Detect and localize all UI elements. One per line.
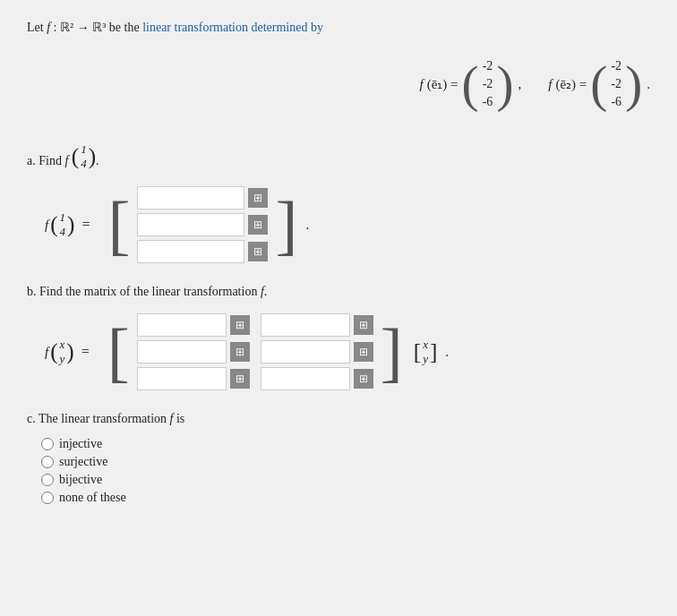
part-b-input-r1c1[interactable] — [137, 313, 227, 337]
part-b-row-1 — [137, 313, 373, 337]
part-b-lhs: f ( x y ) = — [45, 337, 95, 368]
f-e2-val-1: -2 — [609, 58, 623, 74]
f-e2-period: . — [647, 77, 650, 92]
part-a-lhs-2: 4 — [60, 225, 66, 239]
part-b-lhs-vec: ( x y ) — [50, 337, 74, 368]
part-a-vec-left-bracket: ( — [72, 145, 79, 167]
f-e1-val-1: -2 — [481, 58, 495, 74]
part-a-vec-val-2: 4 — [81, 157, 87, 171]
part-b-icon-r2c1[interactable] — [230, 342, 250, 362]
part-b-icon-r3c2[interactable] — [354, 369, 373, 389]
part-b-f-label: f — [45, 345, 48, 360]
part-a-lhs-vec: ( 1 4 ) — [50, 210, 74, 241]
part-b-icon-r3c1[interactable] — [230, 369, 250, 389]
part-c-radio-group: injective surjective bijective none of t… — [41, 437, 650, 505]
f-e2-expression: f (ē₂) = ( -2 -2 -6 ) . — [548, 55, 650, 115]
f-e2-label: f — [548, 77, 552, 92]
f-e1-expression: f (ē₁) = ( -2 -2 -6 ) , — [420, 55, 522, 115]
part-b-bracket-left: [ — [107, 323, 130, 381]
part-c-section: c. The linear transformation f is inject… — [27, 412, 650, 505]
radio-bijective[interactable] — [41, 474, 54, 486]
part-a-vec-val-1: 1 — [81, 142, 87, 157]
radio-injective-label: injective — [59, 437, 102, 451]
f-e1-matrix: ( -2 -2 -6 ) — [462, 55, 514, 115]
part-b-row-2 — [137, 340, 373, 364]
f-e2-left-bracket: ( — [590, 63, 607, 106]
part-c-label: c. The linear transformation f is — [27, 412, 650, 426]
part-a-lhs: f ( 1 4 ) = — [45, 210, 95, 241]
part-a-input-row-2 — [137, 213, 268, 236]
part-a-vector: ( 1 4 ) — [72, 141, 96, 173]
part-a-icon-btn-3[interactable] — [248, 242, 268, 261]
f-e1-func-label: (ē₁) = — [427, 76, 458, 92]
part-b-input-r3c2[interactable] — [261, 367, 350, 390]
radio-option-surjective[interactable]: surjective — [41, 455, 650, 469]
f-e2-right-bracket: ) — [625, 63, 642, 106]
part-b-equals: = — [81, 344, 90, 360]
part-a-vec-col: 1 4 — [79, 141, 89, 173]
part-b-answer-wrap: f ( x y ) = [ — [45, 310, 650, 394]
f-e1-label: f — [420, 77, 424, 92]
part-b-lhs-y: y — [60, 352, 65, 366]
part-b-bracket-right: ] — [381, 323, 403, 381]
part-b-row-3 — [137, 367, 373, 390]
part-a-label: a. Find f ( 1 4 ) . — [27, 141, 650, 173]
part-a-equals: = — [81, 217, 90, 233]
radio-option-bijective[interactable]: bijective — [41, 473, 650, 487]
radio-none[interactable] — [41, 492, 54, 504]
part-a-period: . — [305, 218, 309, 233]
f-e1-val-2: -2 — [481, 76, 495, 92]
part-a-input-2[interactable] — [137, 213, 244, 236]
part-b-label: b. Find the matrix of the linear transfo… — [27, 285, 650, 299]
f-e2-func-label: (ē₂) = — [555, 76, 587, 92]
f-e2-values: -2 -2 -6 — [607, 55, 625, 115]
part-a-f-label: f — [45, 218, 48, 233]
part-a-bracket-left: [ — [107, 196, 130, 253]
f-e1-left-bracket: ( — [462, 63, 479, 106]
f-e2-val-2: -2 — [609, 76, 623, 92]
part-a-input-1[interactable] — [137, 186, 244, 210]
radio-option-injective[interactable]: injective — [41, 437, 650, 451]
radio-bijective-label: bijective — [59, 473, 102, 487]
part-a-input-row-1 — [137, 186, 268, 210]
f-e1-comma: , — [518, 77, 522, 92]
part-a-lhs-col: 1 4 — [58, 210, 68, 241]
part-a-lhs-right: ) — [67, 213, 74, 235]
radio-none-label: none of these — [59, 491, 126, 505]
part-a-input-3[interactable] — [137, 240, 244, 263]
part-a-lhs-1: 1 — [60, 210, 66, 225]
given-values-section: f (ē₁) = ( -2 -2 -6 ) , f (ē₂) = ( -2 -2… — [27, 55, 650, 115]
radio-injective[interactable] — [41, 438, 54, 450]
problem-header: Let f : ℝ² → ℝ³ be the linear transforma… — [27, 18, 650, 37]
radio-surjective-label: surjective — [59, 455, 107, 469]
part-b-lhs-left: ( — [50, 340, 57, 363]
f-e2-val-3: -6 — [609, 94, 623, 110]
part-b-lhs-x: x — [60, 338, 65, 352]
part-a-answer-wrap: f ( 1 4 ) = [ — [45, 183, 650, 267]
part-a-icon-btn-2[interactable] — [248, 215, 268, 235]
part-b-rhs-col: x y — [421, 337, 430, 368]
part-b-rhs-x: x — [423, 338, 428, 352]
part-b-period: . — [445, 345, 449, 360]
radio-option-none[interactable]: none of these — [41, 491, 650, 505]
part-a-vec-right-bracket: ) — [89, 145, 96, 167]
part-a-bracket-right: ] — [275, 196, 297, 253]
radio-surjective[interactable] — [41, 456, 54, 468]
part-b-icon-r2c2[interactable] — [354, 342, 373, 362]
part-a-section: a. Find f ( 1 4 ) . f ( 1 4 ) = [ — [27, 141, 650, 268]
part-b-lhs-col: x y — [58, 337, 67, 368]
part-b-rhs-y: y — [423, 352, 428, 366]
part-b-input-r3c1[interactable] — [137, 367, 227, 390]
part-b-input-r2c2[interactable] — [261, 340, 350, 364]
part-b-input-r2c1[interactable] — [137, 340, 227, 364]
f-e2-matrix: ( -2 -2 -6 ) — [590, 55, 642, 115]
f-e1-right-bracket: ) — [497, 63, 514, 106]
part-b-rhs-vec: [ x y ] — [414, 337, 438, 368]
part-a-inputs-col — [137, 183, 268, 267]
part-b-icon-r1c2[interactable] — [354, 315, 373, 335]
part-a-lhs-left: ( — [50, 213, 57, 235]
part-b-icon-r1c1[interactable] — [230, 315, 250, 335]
part-a-icon-btn-1[interactable] — [248, 188, 268, 208]
part-b-input-r1c2[interactable] — [261, 313, 350, 337]
f-e1-val-3: -6 — [481, 94, 495, 110]
